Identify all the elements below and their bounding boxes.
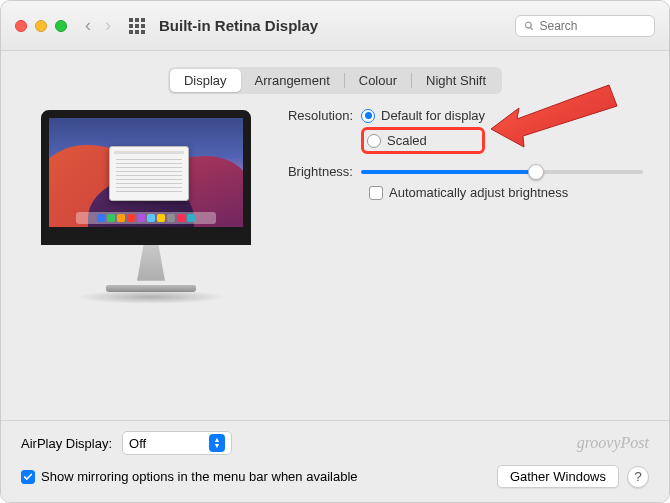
gather-windows-button[interactable]: Gather Windows: [497, 465, 619, 488]
radio-default-label: Default for display: [381, 108, 485, 123]
monitor-preview: [21, 104, 281, 410]
select-arrows-icon: ▲▼: [209, 434, 225, 452]
radio-default[interactable]: Default for display: [361, 108, 485, 123]
radio-scaled[interactable]: Scaled: [367, 133, 427, 148]
scaled-highlight: Scaled: [361, 127, 485, 154]
imac-shadow: [76, 290, 226, 304]
svg-marker-0: [491, 85, 617, 147]
prefs-window: ‹ › Built-in Retina Display Display Arra…: [0, 0, 670, 503]
radio-icon: [367, 134, 381, 148]
maximize-icon[interactable]: [55, 20, 67, 32]
settings-column: Resolution: Default for display Scaled: [281, 104, 649, 410]
window-title: Built-in Retina Display: [159, 17, 318, 34]
checkbox-icon: [369, 186, 383, 200]
search-icon: [524, 20, 534, 32]
imac-stand: [126, 245, 176, 287]
brightness-row: Brightness:: [281, 164, 649, 179]
airplay-label: AirPlay Display:: [21, 436, 112, 451]
airplay-value: Off: [129, 436, 146, 451]
annotation-arrow-icon: [491, 84, 621, 157]
resolution-row: Resolution: Default for display Scaled: [281, 108, 649, 154]
imac-illustration: [41, 110, 261, 304]
mini-window: [109, 146, 189, 201]
titlebar: ‹ › Built-in Retina Display: [1, 1, 669, 51]
forward-button[interactable]: ›: [105, 15, 111, 36]
radio-scaled-label: Scaled: [387, 133, 427, 148]
search-field[interactable]: [515, 15, 655, 37]
show-all-icon[interactable]: [129, 18, 145, 34]
footer: AirPlay Display: Off ▲▼ groovyPost Show …: [1, 420, 669, 502]
auto-brightness-label: Automatically adjust brightness: [389, 185, 568, 200]
minimize-icon[interactable]: [35, 20, 47, 32]
checkbox-icon: [21, 470, 35, 484]
nav-buttons: ‹ ›: [85, 15, 111, 36]
tab-display[interactable]: Display: [170, 69, 241, 92]
back-button[interactable]: ‹: [85, 15, 91, 36]
footer-row-2: Show mirroring options in the menu bar w…: [21, 465, 649, 488]
segmented-control: Display Arrangement Colour Night Shift: [168, 67, 502, 94]
search-input[interactable]: [539, 19, 646, 33]
imac-screen: [41, 110, 251, 245]
airplay-row: AirPlay Display: Off ▲▼ groovyPost: [21, 431, 649, 455]
traffic-lights: [15, 20, 67, 32]
slider-track: [361, 170, 643, 174]
resolution-radio-group: Default for display Scaled: [361, 108, 485, 154]
close-icon[interactable]: [15, 20, 27, 32]
watermark: groovyPost: [577, 434, 649, 452]
resolution-label: Resolution:: [281, 108, 361, 123]
auto-brightness-row[interactable]: Automatically adjust brightness: [369, 185, 649, 200]
tab-night-shift[interactable]: Night Shift: [412, 69, 500, 92]
tab-colour[interactable]: Colour: [345, 69, 411, 92]
mirroring-label: Show mirroring options in the menu bar w…: [41, 469, 358, 484]
brightness-slider[interactable]: [361, 170, 649, 174]
airplay-select[interactable]: Off ▲▼: [122, 431, 232, 455]
radio-icon: [361, 109, 375, 123]
brightness-label: Brightness:: [281, 164, 361, 179]
help-button[interactable]: ?: [627, 466, 649, 488]
slider-thumb[interactable]: [528, 164, 544, 180]
dock-preview: [76, 212, 216, 224]
tab-arrangement[interactable]: Arrangement: [241, 69, 344, 92]
mirroring-checkbox[interactable]: Show mirroring options in the menu bar w…: [21, 469, 358, 484]
content-area: Resolution: Default for display Scaled: [1, 104, 669, 420]
